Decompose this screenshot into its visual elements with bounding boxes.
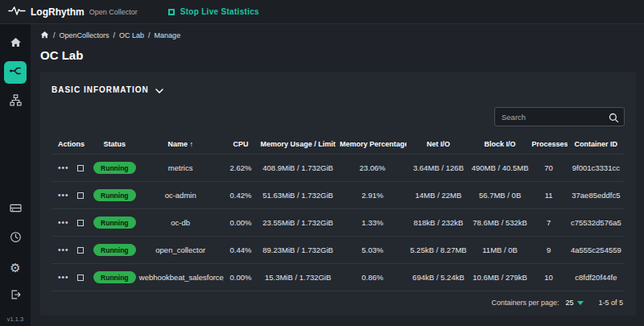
memory-value: 408.9MiB / 1.732GiB	[258, 155, 338, 182]
basic-information-label: BASIC INFORMATION	[52, 85, 149, 94]
block-io-value: 490MB / 40.5MB	[470, 155, 530, 182]
container-name: oc-db	[138, 209, 224, 237]
sidebar-item-open-collector[interactable]	[4, 61, 27, 84]
sort-asc-icon: ↑	[189, 140, 193, 148]
row-stop-container-icon[interactable]	[77, 165, 84, 171]
breadcrumb-item-oc-lab[interactable]: OC Lab	[119, 31, 144, 39]
breadcrumb-separator: /	[114, 31, 116, 39]
row-stop-container-icon[interactable]	[77, 274, 84, 281]
caret-down-icon	[577, 301, 584, 305]
breadcrumb-item-manage[interactable]: Manage	[155, 31, 181, 39]
app-version: v1.1.3	[7, 316, 23, 323]
gear-icon: ⚙	[10, 262, 20, 274]
stop-live-statistics-button[interactable]: Stop Live Statistics	[168, 7, 259, 16]
container-name: webhookbeat_salesforce_c	[138, 264, 224, 291]
table-row: ••• Running oc-admin 0.42% 51.63MiB / 1.…	[52, 182, 625, 209]
row-more-actions-icon[interactable]: •••	[58, 274, 69, 282]
sidebar: ⚙ v1.1.3	[0, 24, 31, 326]
sidebar-item-storage[interactable]	[4, 198, 27, 221]
pagination: Containers per page: 25 1-5 of 5	[40, 291, 636, 312]
column-header-container-id[interactable]: Container ID	[568, 134, 625, 155]
container-id-value: 37ae85eddfc5	[568, 182, 625, 209]
cpu-value: 0.44%	[224, 237, 258, 264]
column-header-memory-pct[interactable]: Memory Percentage	[338, 134, 407, 155]
containers-per-page-label: Containers per page:	[491, 299, 559, 307]
column-header-processes[interactable]: Processes	[530, 134, 567, 155]
basic-information-toggle[interactable]: BASIC INFORMATION	[40, 72, 636, 105]
collector-pipeline-icon	[9, 64, 22, 80]
block-io-value: 10.6MB / 279kB	[470, 264, 530, 291]
stop-live-statistics-label: Stop Live Statistics	[180, 7, 259, 16]
breadcrumb-home-icon[interactable]	[40, 31, 49, 40]
row-more-actions-icon[interactable]: •••	[58, 164, 69, 172]
status-badge: Running	[93, 189, 135, 201]
table-row: ••• Running open_collector 0.44% 89.23Mi…	[52, 237, 625, 264]
main-content: / OpenCollectors / OC Lab / Manage OC La…	[31, 24, 644, 326]
row-more-actions-icon[interactable]: •••	[58, 246, 69, 254]
row-more-actions-icon[interactable]: •••	[58, 192, 69, 200]
sidebar-item-logout[interactable]	[4, 285, 27, 307]
cpu-value: 2.62%	[224, 155, 258, 182]
memory-value: 89.23MiB / 1.732GiB	[258, 237, 338, 264]
status-badge: Running	[93, 244, 135, 256]
sidebar-item-settings[interactable]: ⚙	[4, 256, 27, 279]
brand-subtitle: Open Collector	[89, 8, 138, 16]
body-row: ⚙ v1.1.3 / OpenCollectors / OC Lab / Man…	[0, 24, 644, 326]
processes-value: 9	[530, 237, 567, 264]
column-header-net-io[interactable]: Net I/O	[407, 134, 469, 155]
memory-value: 15.3MiB / 1.732GiB	[258, 264, 338, 291]
container-id-value: c75532d576a5	[568, 209, 625, 237]
row-stop-container-icon[interactable]	[77, 220, 84, 226]
memory-value: 51.63MiB / 1.732GiB	[258, 182, 338, 209]
column-header-block-io[interactable]: Block I/O	[470, 134, 530, 155]
sidebar-item-topology[interactable]	[4, 90, 27, 113]
column-header-name-label: Name	[167, 140, 188, 148]
search-box	[494, 107, 625, 126]
column-header-name[interactable]: Name ↑	[138, 134, 224, 155]
search-input[interactable]	[495, 113, 625, 122]
table-row: ••• Running metrics 2.62% 408.9MiB / 1.7…	[52, 155, 625, 182]
breadcrumb: / OpenCollectors / OC Lab / Manage	[40, 31, 636, 40]
memory-pct-value: 5.03%	[338, 237, 407, 264]
breadcrumb-item-opencollectors[interactable]: OpenCollectors	[60, 31, 109, 39]
row-more-actions-icon[interactable]: •••	[58, 219, 69, 227]
processes-value: 11	[530, 182, 567, 209]
page-size-value: 25	[565, 299, 573, 307]
net-io-value: 5.25kB / 8.27MB	[407, 237, 469, 264]
search-icon[interactable]	[609, 112, 619, 126]
containers-table: Actions Status Name ↑ CPU Memory Usage /…	[52, 134, 625, 291]
column-header-memory[interactable]: Memory Usage / Limit	[258, 134, 338, 155]
processes-value: 10	[530, 264, 567, 291]
sidebar-item-scheduler[interactable]	[4, 227, 27, 250]
sidebar-item-home[interactable]	[4, 32, 27, 55]
stop-icon	[168, 9, 175, 15]
processes-value: 70	[530, 155, 567, 182]
status-badge: Running	[93, 271, 135, 283]
row-stop-container-icon[interactable]	[77, 247, 84, 254]
processes-value: 7	[530, 209, 567, 237]
column-header-cpu[interactable]: CPU	[224, 134, 258, 155]
cpu-value: 0.42%	[224, 182, 258, 209]
table-header-row: Actions Status Name ↑ CPU Memory Usage /…	[52, 134, 625, 155]
block-io-value: 11MB / 0B	[470, 237, 530, 264]
brand-name: LogRhythm	[31, 6, 85, 18]
column-header-status[interactable]: Status	[92, 134, 138, 155]
page-title: OC Lab	[40, 48, 636, 62]
block-io-value: 78.6MB / 532kB	[470, 209, 530, 237]
brand: LogRhythm Open Collector	[8, 5, 138, 19]
topology-icon	[10, 94, 22, 109]
net-io-value: 3.64MB / 126B	[407, 155, 469, 182]
logrhythm-logo-icon	[8, 5, 26, 19]
container-name: open_collector	[138, 237, 224, 264]
status-badge: Running	[93, 217, 135, 229]
memory-pct-value: 2.91%	[338, 182, 407, 209]
row-stop-container-icon[interactable]	[77, 192, 84, 199]
block-io-value: 56.7MB / 0B	[470, 182, 530, 209]
page-size-select[interactable]: 25	[565, 299, 584, 307]
cpu-value: 0.00%	[224, 264, 258, 291]
container-id-value: 9f001c3331cc	[568, 155, 625, 182]
net-io-value: 694kB / 5.24kB	[407, 264, 469, 291]
clock-icon	[10, 231, 22, 246]
memory-pct-value: 23.06%	[338, 155, 407, 182]
memory-pct-value: 0.86%	[338, 264, 407, 291]
